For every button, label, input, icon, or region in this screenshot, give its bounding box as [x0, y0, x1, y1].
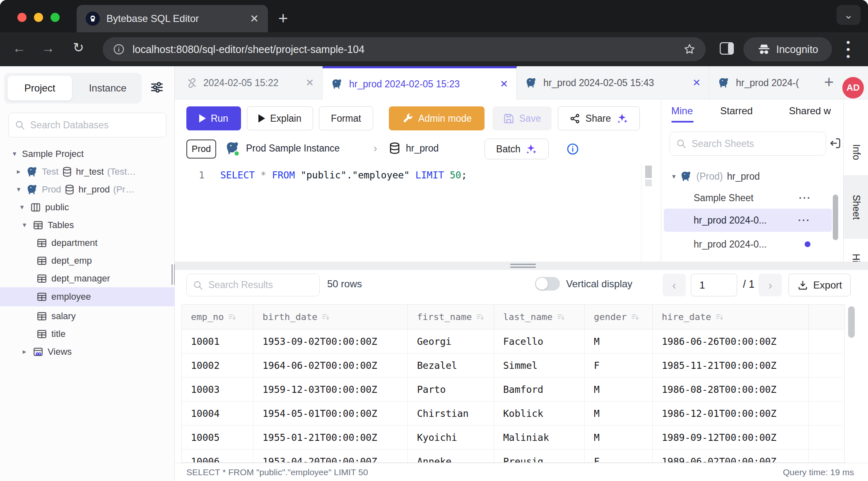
- page-input[interactable]: 1: [691, 274, 737, 296]
- caret-down-icon[interactable]: ▾: [672, 172, 676, 181]
- sheet-menu-icon[interactable]: ···: [799, 192, 811, 204]
- cell[interactable]: Facello: [494, 329, 585, 353]
- cell[interactable]: M: [585, 402, 653, 425]
- site-info-icon[interactable]: [113, 43, 125, 55]
- cell[interactable]: 1986-12-01T00:00:00Z: [653, 402, 809, 425]
- cell[interactable]: Georgi: [408, 329, 494, 353]
- cell[interactable]: 1989-06-02T00:00:00Z: [653, 450, 809, 463]
- sql-editor[interactable]: 1 SELECT * FROM "public"."employee" LIMI…: [175, 163, 661, 262]
- environment-badge[interactable]: Prod: [186, 139, 216, 159]
- cell[interactable]: 1953-04-20T00:00:00Z: [253, 450, 408, 463]
- sort-icon[interactable]: [557, 313, 566, 322]
- info-icon[interactable]: [566, 142, 579, 156]
- table-row[interactable]: 100011953-09-02T00:00:00ZGeorgiFacelloM1…: [182, 329, 844, 354]
- user-avatar[interactable]: AD: [842, 77, 864, 99]
- cell[interactable]: Anneke: [408, 450, 494, 463]
- database-name[interactable]: hr_prod: [406, 143, 439, 154]
- close-tab-icon[interactable]: ✕: [250, 12, 259, 25]
- tree-node-views-group[interactable]: ▸ Views: [0, 343, 175, 361]
- cell[interactable]: Parto: [408, 378, 494, 401]
- browser-menu-icon[interactable]: •••: [845, 39, 851, 60]
- cell[interactable]: 1955-01-21T00:00:00Z: [253, 426, 408, 449]
- cell[interactable]: 1986-08-28T00:00:00Z: [653, 378, 809, 401]
- sort-icon[interactable]: [321, 313, 330, 322]
- cell[interactable]: 1953-09-02T00:00:00Z: [253, 329, 408, 353]
- caret-down-icon[interactable]: ▾: [14, 185, 23, 194]
- cell[interactable]: 10003: [182, 378, 253, 401]
- search-databases-input[interactable]: Search Databases: [8, 113, 166, 137]
- cell[interactable]: Chirstian: [408, 402, 494, 425]
- cell[interactable]: F: [585, 450, 653, 463]
- cell[interactable]: Kyoichi: [408, 426, 494, 449]
- tree-node-tables-group[interactable]: ▾ Tables: [0, 216, 175, 234]
- explain-button[interactable]: Explain: [247, 106, 313, 130]
- back-icon[interactable]: ←: [12, 41, 26, 56]
- cell[interactable]: 1989-09-12T00:00:00Z: [653, 426, 809, 449]
- tree-node-table[interactable]: title: [0, 325, 175, 343]
- table-row[interactable]: 100061953-04-20T00:00:00ZAnnekePreusigF1…: [182, 450, 844, 463]
- cell[interactable]: 10001: [182, 329, 253, 353]
- tree-node-table[interactable]: department: [0, 234, 175, 252]
- tab-search-chevron[interactable]: ⌄: [837, 5, 861, 25]
- column-header[interactable]: hire_date: [653, 305, 809, 329]
- sheet-item[interactable]: hr_prod 2024-0...: [661, 233, 840, 255]
- table-row[interactable]: 100041954-05-01T00:00:00ZChirstianKoblic…: [182, 402, 844, 426]
- cell[interactable]: 10004: [182, 402, 253, 425]
- sort-icon[interactable]: [631, 313, 640, 322]
- format-button[interactable]: Format: [319, 106, 373, 130]
- column-header[interactable]: birth_date: [253, 305, 408, 329]
- caret-right-icon[interactable]: ▸: [14, 167, 23, 176]
- sheets-scrollbar-thumb[interactable]: [833, 195, 838, 240]
- cell[interactable]: 10002: [182, 354, 253, 377]
- tab-instance[interactable]: Instance: [75, 73, 141, 103]
- side-panel-icon[interactable]: [720, 42, 734, 55]
- batch-button[interactable]: Batch: [485, 139, 549, 159]
- panel-divider[interactable]: [175, 262, 868, 270]
- cell[interactable]: F: [585, 354, 653, 377]
- forward-icon[interactable]: →: [41, 41, 55, 56]
- sheet-item-selected[interactable]: hr_prod 2024-0... ···: [664, 209, 832, 232]
- vertical-display-toggle[interactable]: [535, 277, 560, 291]
- side-tab-info[interactable]: Info: [844, 133, 868, 171]
- search-results-input[interactable]: Search Results: [186, 274, 320, 296]
- tree-node-table-selected[interactable]: employee: [0, 287, 175, 306]
- sheet-menu-icon[interactable]: ···: [798, 214, 810, 226]
- close-window-button[interactable]: [17, 13, 27, 22]
- export-button[interactable]: Export: [788, 274, 851, 296]
- table-row[interactable]: 100021964-06-02T00:00:00ZBezalelSimmelF1…: [182, 354, 844, 378]
- table-scrollbar-thumb[interactable]: [848, 306, 855, 338]
- editor-scrollbar-thumb[interactable]: [645, 166, 652, 178]
- close-tab-icon[interactable]: ✕: [692, 77, 701, 89]
- run-button[interactable]: Run: [186, 106, 241, 130]
- editor-tab-3[interactable]: hr_prod 2024-02-05 15:43 ✕: [517, 66, 709, 99]
- new-tab-button[interactable]: +: [278, 9, 288, 27]
- column-header[interactable]: first_name: [408, 305, 494, 329]
- reload-icon[interactable]: ↻: [73, 40, 84, 55]
- new-sheet-tab-button[interactable]: +: [824, 73, 834, 91]
- sort-icon[interactable]: [715, 313, 724, 322]
- cell[interactable]: Maliniak: [494, 426, 585, 449]
- editor-tab-1[interactable]: 2024-02-05 15:22 ✕: [178, 66, 323, 99]
- tree-node-table[interactable]: dept_emp: [0, 252, 175, 269]
- tree-node-table[interactable]: dept_manager: [0, 269, 175, 287]
- sheet-item[interactable]: Sample Sheet ···: [661, 187, 840, 209]
- cell[interactable]: 10006: [182, 450, 253, 463]
- cell[interactable]: 1959-12-03T00:00:00Z: [253, 378, 408, 401]
- caret-down-icon[interactable]: ▾: [18, 203, 26, 212]
- cell[interactable]: 1986-06-26T00:00:00Z: [653, 329, 809, 353]
- cell[interactable]: 10005: [182, 426, 253, 449]
- cell[interactable]: M: [585, 329, 653, 353]
- cell[interactable]: Bezalel: [408, 354, 494, 377]
- tree-node-db-test[interactable]: ▸ Test hr_test (Test…: [0, 163, 175, 180]
- table-row[interactable]: 100051955-01-21T00:00:00ZKyoichiMaliniak…: [182, 426, 844, 450]
- caret-right-icon[interactable]: ▸: [20, 347, 29, 356]
- zoom-window-button[interactable]: [51, 13, 60, 22]
- tree-node-table[interactable]: salary: [0, 307, 175, 325]
- sort-icon[interactable]: [476, 313, 485, 322]
- next-page-button[interactable]: ›: [759, 274, 782, 296]
- cell[interactable]: Preusig: [494, 450, 585, 463]
- editor-tab-4[interactable]: hr_prod 2024-(: [709, 66, 815, 99]
- caret-down-icon[interactable]: ▾: [20, 221, 29, 229]
- cell[interactable]: Bamford: [494, 378, 585, 401]
- cell[interactable]: 1964-06-02T00:00:00Z: [253, 354, 408, 377]
